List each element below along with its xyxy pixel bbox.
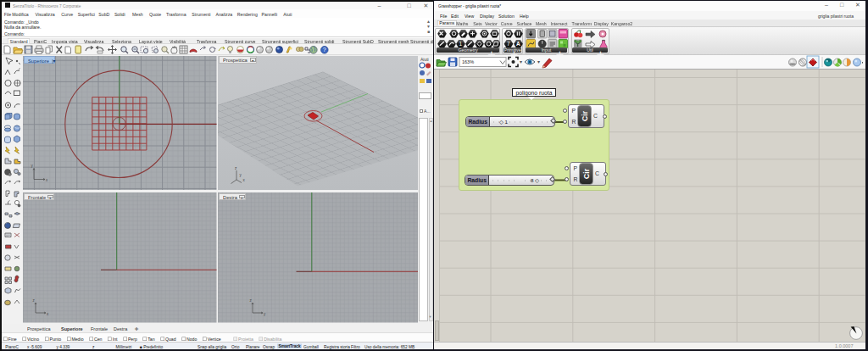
svg-text:1: 1 xyxy=(459,41,463,47)
svg-text:7: 7 xyxy=(506,41,509,47)
svg-text:A: A xyxy=(516,41,520,47)
svg-text:?: ? xyxy=(322,47,326,53)
svg-text:▾: ▾ xyxy=(520,59,522,64)
svg-text:▾: ▾ xyxy=(537,59,540,64)
svg-text:163%: 163% xyxy=(462,59,474,64)
